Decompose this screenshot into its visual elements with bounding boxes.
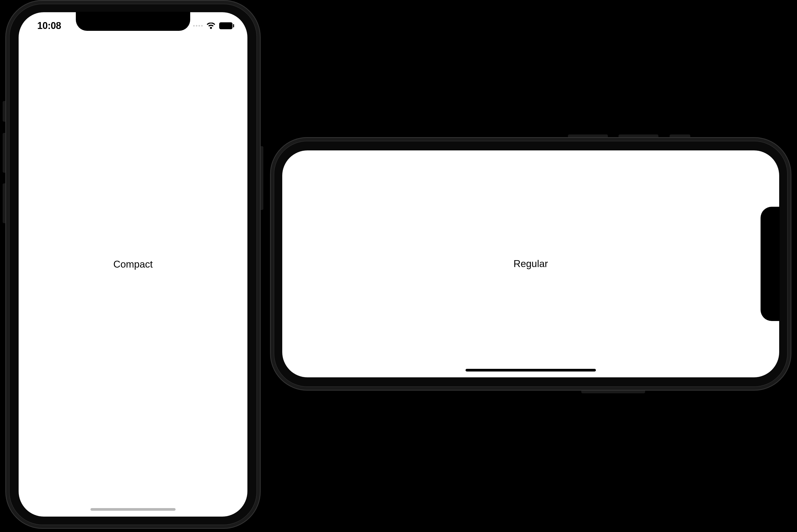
home-indicator[interactable] — [466, 369, 596, 372]
portrait-content: Compact — [19, 12, 248, 517]
iphone-landscape-mock: Regular — [270, 137, 792, 391]
volume-down-button — [568, 134, 608, 137]
size-class-label: Compact — [113, 259, 153, 270]
landscape-screen: Regular — [282, 150, 779, 377]
device-notch — [76, 12, 190, 31]
size-class-label: Regular — [513, 258, 548, 269]
portrait-screen: 10:08 Compact — [19, 12, 248, 517]
volume-up-button — [3, 133, 5, 173]
device-notch — [761, 207, 780, 321]
mute-switch — [3, 101, 5, 122]
side-button — [261, 146, 264, 210]
volume-down-button — [3, 183, 5, 223]
iphone-portrait-mock: 10:08 Compact — [5, 0, 261, 529]
home-indicator[interactable] — [90, 508, 176, 511]
volume-up-button — [618, 134, 658, 137]
mute-switch — [670, 134, 690, 137]
landscape-content: Regular — [282, 150, 779, 377]
side-button — [581, 391, 645, 393]
